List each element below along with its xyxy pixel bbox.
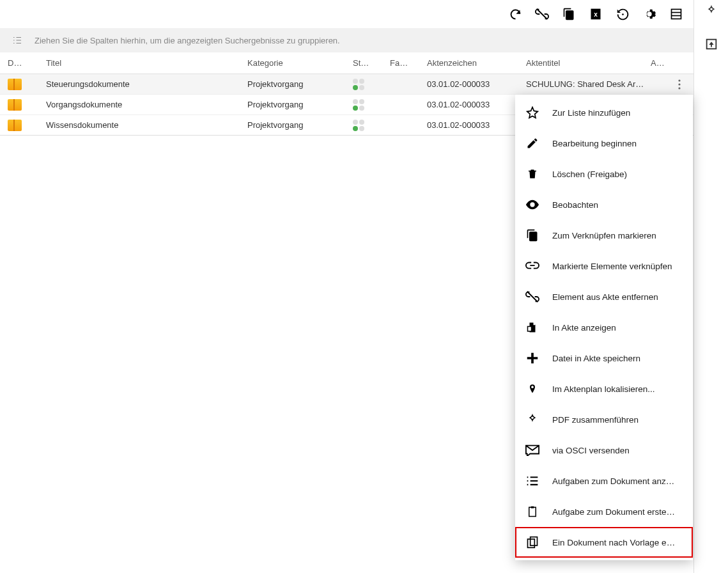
menu-item-label: via OSCI versenden xyxy=(552,446,630,455)
col-aktenzeichen[interactable]: Aktenzeichen xyxy=(421,58,520,68)
history-icon[interactable] xyxy=(616,7,630,21)
svg-rect-14 xyxy=(531,537,538,546)
col-actions[interactable]: A… xyxy=(644,58,693,68)
menu-item-eye[interactable]: Beobachten xyxy=(515,189,693,220)
table-row[interactable]: SteuerungsdokumenteProjektvorgang03.01.0… xyxy=(0,74,693,95)
copy-icon xyxy=(525,535,539,549)
group-by-bar: Ziehen Sie die Spalten hierhin, um die a… xyxy=(0,28,693,52)
cell-title: Wissensdokumente xyxy=(40,120,241,130)
col-title[interactable]: Titel xyxy=(40,58,241,68)
cell-status xyxy=(346,79,383,90)
toolbar: x xyxy=(0,0,693,28)
menu-item-link[interactable]: Markierte Elemente verknüpfen xyxy=(515,251,693,281)
svg-rect-3 xyxy=(672,10,681,19)
gear-icon[interactable] xyxy=(642,7,656,21)
paste-icon xyxy=(525,228,539,242)
svg-rect-9 xyxy=(528,327,532,332)
menu-item-mail[interactable]: via OSCI versenden xyxy=(515,435,693,466)
link-icon xyxy=(525,259,539,273)
excel-icon[interactable]: x xyxy=(589,7,603,21)
row-more-button[interactable] xyxy=(670,75,688,93)
col-fa[interactable]: Fa… xyxy=(383,58,421,68)
edit-icon xyxy=(525,136,539,150)
svg-point-6 xyxy=(678,79,680,81)
menu-item-label: In Akte anzeigen xyxy=(552,323,616,333)
col-status[interactable]: St… xyxy=(346,58,383,68)
menu-item-star[interactable]: Zur Liste hinzufügen xyxy=(515,97,693,128)
menu-item-label: Bearbeitung beginnen xyxy=(552,139,637,148)
unlink-icon[interactable] xyxy=(535,7,549,21)
menu-item-label: Zum Verknüpfen markieren xyxy=(552,231,656,240)
menu-item-label: Ein Dokument nach Vorlage ers… xyxy=(552,538,677,547)
cell-status xyxy=(346,99,383,111)
cell-status xyxy=(346,120,383,131)
svg-text:x: x xyxy=(594,11,598,18)
menu-item-pin[interactable]: Im Aktenplan lokalisieren... xyxy=(515,373,693,404)
svg-rect-12 xyxy=(531,506,534,508)
menu-item-label: Beobachten xyxy=(552,200,598,210)
menu-item-paste[interactable]: Zum Verknüpfen markieren xyxy=(515,220,693,251)
plus-icon xyxy=(525,351,539,365)
cell-aktentitel: SCHULUNG: Shared Desk Arbei xyxy=(520,79,644,89)
upload-icon[interactable] xyxy=(704,37,718,51)
menu-item-label: Zur Liste hinzufügen xyxy=(552,108,630,118)
svg-rect-11 xyxy=(529,507,536,516)
table-header: D… Titel Kategorie St… Fa… Aktenzeichen … xyxy=(0,52,693,74)
menu-item-unlink[interactable]: Element aus Akte entfernen xyxy=(515,281,693,312)
paste-icon[interactable] xyxy=(562,7,576,21)
menu-item-label: PDF zusammenführen xyxy=(552,415,639,425)
menu-item-pdf[interactable]: PDF zusammenführen xyxy=(515,404,693,435)
refresh-icon[interactable] xyxy=(508,7,522,21)
unlink-icon xyxy=(525,290,539,304)
trash-icon xyxy=(525,167,539,181)
folder-icon xyxy=(525,320,539,334)
svg-point-15 xyxy=(710,8,713,10)
menu-item-edit[interactable]: Bearbeitung beginnen xyxy=(515,128,693,159)
menu-item-copy[interactable]: Ein Dokument nach Vorlage ers… xyxy=(515,527,693,558)
cell-title: Steuerungsdokumente xyxy=(40,79,241,89)
menu-item-clipboard[interactable]: Aufgabe zum Dokument erstell… xyxy=(515,496,693,527)
cell-aktenzeichen: 03.01.02-000033 xyxy=(421,120,520,130)
menu-item-trash[interactable]: Löschen (Freigabe) xyxy=(515,159,693,189)
cell-title: Vorgangsdokumente xyxy=(40,100,241,109)
svg-point-2 xyxy=(622,13,624,15)
col-category[interactable]: Kategorie xyxy=(241,58,346,68)
menu-item-label: Markierte Elemente verknüpfen xyxy=(552,262,672,271)
pdf-icon[interactable] xyxy=(704,4,718,18)
col-aktentitel[interactable]: Aktentitel xyxy=(520,58,644,68)
group-icon xyxy=(12,35,23,46)
cell-aktenzeichen: 03.01.02-000033 xyxy=(421,79,520,89)
cell-actions xyxy=(644,75,693,93)
svg-point-7 xyxy=(678,83,680,85)
menu-item-list[interactable]: Aufgaben zum Dokument anzei… xyxy=(515,466,693,496)
menu-item-label: Im Aktenplan lokalisieren... xyxy=(552,384,655,394)
cell-category: Projektvorgang xyxy=(241,79,346,89)
group-hint-text: Ziehen Sie die Spalten hierhin, um die a… xyxy=(35,36,340,45)
eye-icon xyxy=(525,198,539,212)
folder-icon xyxy=(8,120,22,131)
menu-item-label: Löschen (Freigabe) xyxy=(552,169,627,179)
menu-item-label: Datei in Akte speichern xyxy=(552,354,640,363)
layout-icon[interactable] xyxy=(669,7,683,21)
cell-category: Projektvorgang xyxy=(241,100,346,109)
svg-point-8 xyxy=(678,87,680,89)
folder-icon xyxy=(8,99,22,111)
pin-icon xyxy=(525,382,539,396)
menu-item-plus[interactable]: Datei in Akte speichern xyxy=(515,343,693,373)
menu-item-label: Aufgaben zum Dokument anzei… xyxy=(552,476,677,486)
star-icon xyxy=(525,106,539,120)
list-icon xyxy=(525,474,539,488)
pdf-icon xyxy=(525,412,539,427)
menu-item-label: Element aus Akte entfernen xyxy=(552,292,658,302)
menu-item-folder[interactable]: In Akte anzeigen xyxy=(515,312,693,343)
menu-item-label: Aufgabe zum Dokument erstell… xyxy=(552,507,677,517)
svg-point-10 xyxy=(531,416,534,419)
right-rail xyxy=(693,0,728,573)
cell-category: Projektvorgang xyxy=(241,120,346,130)
mail-icon xyxy=(525,443,539,457)
row-context-menu: Zur Liste hinzufügenBearbeitung beginnen… xyxy=(515,95,693,560)
clipboard-icon xyxy=(525,505,539,519)
cell-aktenzeichen: 03.01.02-000033 xyxy=(421,100,520,109)
col-icon[interactable]: D… xyxy=(0,58,40,68)
svg-rect-13 xyxy=(528,539,535,547)
